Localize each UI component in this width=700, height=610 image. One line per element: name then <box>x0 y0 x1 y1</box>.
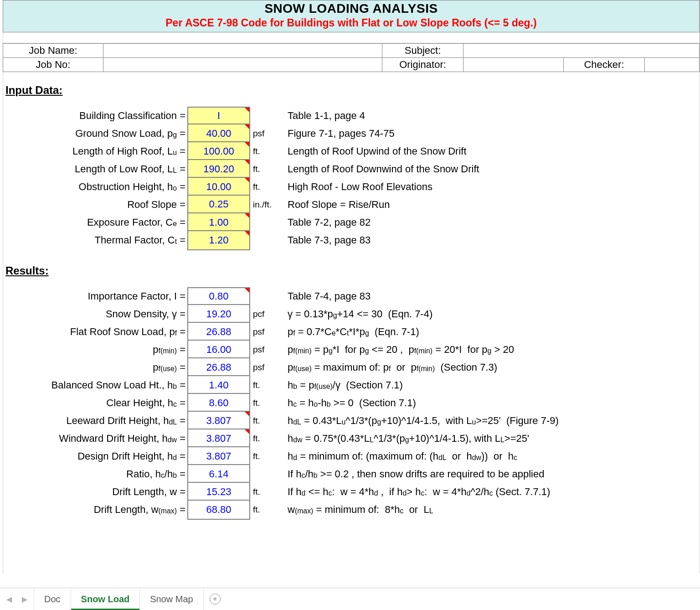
result-row: Flat Roof Snow Load, pf =26.88psfpf = 0.… <box>3 323 698 341</box>
result-row: pf(use) =26.88psfpf(use) = maximum of: p… <box>3 358 698 376</box>
page-subtitle: Per ASCE 7-98 Code for Buildings with Fl… <box>3 17 699 29</box>
input-cell[interactable]: 100.00 <box>187 141 250 161</box>
row-label: Leeward Drift Height, hdL = <box>3 412 187 431</box>
row-label: pf(use) = <box>3 358 187 377</box>
job-name-field[interactable] <box>103 44 382 58</box>
row-note: Table 7-3, page 83 <box>286 231 698 250</box>
row-unit: psf <box>250 323 286 342</box>
job-name-label: Job Name: <box>3 44 103 58</box>
title-banner: SNOW LOADING ANALYSIS Per ASCE 7-98 Code… <box>3 0 700 32</box>
row-note: High Roof - Low Roof Elevations <box>286 178 698 197</box>
worksheet: SNOW LOADING ANALYSIS Per ASCE 7-98 Code… <box>0 0 700 574</box>
row-label: Flat Roof Snow Load, pf = <box>3 323 187 342</box>
input-row: Roof Slope =0.25in./ft.Roof Slope = Rise… <box>3 196 698 213</box>
input-cell[interactable]: 0.25 <box>187 195 250 213</box>
row-note: If hc/hb >= 0.2 , then snow drifts are r… <box>286 465 698 484</box>
result-row: pf(min) =16.00psfpf(min) = pg*I for pg <… <box>3 341 698 358</box>
subject-field[interactable] <box>463 44 700 58</box>
result-row: Importance Factor, I =0.80Table 7-4, pag… <box>3 287 698 305</box>
row-unit: ft. <box>250 142 286 161</box>
result-row: Design Drift Height, hd =3.807ft.hd = mi… <box>3 447 698 465</box>
row-label: Windward Drift Height, hdw = <box>3 429 187 449</box>
job-no-field[interactable] <box>103 58 382 72</box>
result-cell: 26.88 <box>187 322 250 342</box>
results-heading: Results: <box>5 264 698 277</box>
result-row: Drift Length, w =15.23ft.If hd <= hc: w … <box>3 483 698 501</box>
input-row: Ground Snow Load, pg =40.00psfFigure 7-1… <box>3 124 698 142</box>
row-unit: ft. <box>250 429 286 449</box>
input-row: Exposure Factor, Ce =1.00Table 7-2, page… <box>3 213 698 231</box>
input-cell[interactable]: 190.20 <box>187 159 250 179</box>
result-rows: Importance Factor, I =0.80Table 7-4, pag… <box>3 287 698 518</box>
row-unit: ft. <box>250 178 286 197</box>
result-cell: 15.23 <box>187 482 250 502</box>
row-label: Roof Slope = <box>3 196 187 213</box>
row-unit: psf <box>250 124 286 144</box>
result-cell: 16.00 <box>187 340 250 360</box>
row-unit: ft. <box>250 376 286 395</box>
result-row: Leeward Drift Height, hdL =3.807ft.hdL =… <box>3 412 698 429</box>
input-heading: Input Data: <box>5 84 698 97</box>
row-note: hdw = 0.75*(0.43*LL^1/3*(pg+10)^1/4-1.5)… <box>286 429 698 449</box>
page-title: SNOW LOADING ANALYSIS <box>3 1 699 16</box>
row-note: Table 7-4, page 83 <box>286 287 698 305</box>
row-unit: ft. <box>250 447 286 466</box>
row-label: Ratio, hc/hb = <box>3 465 187 484</box>
result-row: Drift Length, w(max) =68.80ft.w(max) = m… <box>3 501 698 518</box>
row-label: Importance Factor, I = <box>3 287 187 305</box>
checker-field[interactable] <box>645 58 700 72</box>
result-cell: 68.80 <box>187 500 250 520</box>
row-label: Thermal Factor, Ct = <box>3 231 187 250</box>
result-cell: 3.807 <box>187 411 250 431</box>
result-row: Clear Height, hc =8.60ft.hc = ho-hb >= 0… <box>3 394 698 412</box>
row-unit <box>250 231 286 250</box>
input-cell[interactable]: 1.20 <box>187 230 250 250</box>
row-note: pf(use) = maximum of: pf or pf(min) (Sec… <box>286 358 698 377</box>
row-note: Length of Roof Upwind of the Snow Drift <box>286 142 698 161</box>
job-no-label: Job No: <box>3 58 103 72</box>
input-cell[interactable]: I <box>187 107 250 124</box>
row-unit: psf <box>250 341 286 360</box>
row-label: Obstruction Height, ho = <box>3 178 187 197</box>
result-cell: 6.14 <box>187 464 250 484</box>
row-unit <box>250 213 286 233</box>
row-label: Ground Snow Load, pg = <box>3 124 187 144</box>
result-row: Ratio, hc/hb =6.14If hc/hb >= 0.2 , then… <box>3 465 698 483</box>
row-unit <box>250 465 286 484</box>
row-unit: pcf <box>250 305 286 324</box>
row-note: pf = 0.7*Ce*Ct*I*pg (Eqn. 7-1) <box>286 323 698 342</box>
row-note: Length of Roof Downwind of the Snow Drif… <box>286 160 698 179</box>
result-cell: 26.88 <box>187 357 250 377</box>
row-label: Design Drift Height, hd = <box>3 447 187 466</box>
input-row: Building Classification =ITable 1-1, pag… <box>3 107 698 124</box>
row-note: hd = minimum of: (maximum of: (hdL or hd… <box>286 447 698 466</box>
result-cell: 1.40 <box>187 375 250 395</box>
result-row: Balanced Snow Load Ht., hb =1.40ft.hb = … <box>3 376 698 394</box>
row-unit: ft. <box>250 501 286 520</box>
result-row: Snow Density, γ =19.20pcfγ = 0.13*pg+14 … <box>3 305 698 323</box>
row-note: hdL = 0.43*Lu^1/3*(pg+10)^1/4-1.5, with … <box>286 412 698 431</box>
checker-label: Checker: <box>564 58 645 72</box>
input-rows: Building Classification =ITable 1-1, pag… <box>3 107 698 249</box>
input-row: Thermal Factor, Ct =1.20Table 7-3, page … <box>3 231 698 249</box>
row-unit: ft. <box>250 160 286 179</box>
row-label: Exposure Factor, Ce = <box>3 213 187 233</box>
job-header-table: Job Name: Subject: Job No: Originator: C… <box>3 43 700 72</box>
result-cell: 0.80 <box>187 287 250 305</box>
row-label: Snow Density, γ = <box>3 305 187 324</box>
row-label: Drift Length, w(max) = <box>3 501 187 520</box>
row-note: hb = pf(use)/γ (Section 7.1) <box>286 376 698 395</box>
result-row: Windward Drift Height, hdw =3.807ft.hdw … <box>3 429 698 447</box>
input-cell[interactable]: 1.00 <box>187 212 250 233</box>
subject-label: Subject: <box>382 44 463 58</box>
originator-field[interactable] <box>463 58 564 72</box>
row-note: hc = ho-hb >= 0 (Section 7.1) <box>286 394 698 413</box>
row-label: Building Classification = <box>3 107 187 124</box>
row-unit: ft. <box>250 394 286 413</box>
row-unit: psf <box>250 358 286 377</box>
input-row: Length of Low Roof, LL =190.20ft.Length … <box>3 160 698 178</box>
input-cell[interactable]: 40.00 <box>187 124 250 144</box>
row-label: Clear Height, hc = <box>3 394 187 413</box>
row-label: Length of High Roof, Lu = <box>3 142 187 161</box>
input-cell[interactable]: 10.00 <box>187 177 250 197</box>
